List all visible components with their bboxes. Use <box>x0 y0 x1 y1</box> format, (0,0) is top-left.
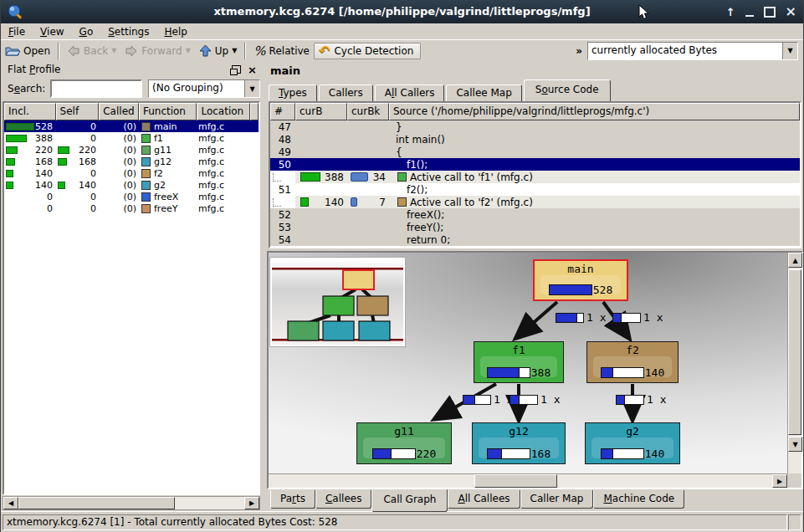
bar-fill <box>488 368 520 377</box>
menu-go[interactable]: Go <box>72 25 101 38</box>
source-column-header[interactable]: curB <box>295 103 347 120</box>
tab-callers[interactable]: Callers <box>319 84 373 101</box>
scrollbar-thumb[interactable] <box>18 497 175 509</box>
toolbar-overflow-button[interactable]: » <box>571 45 587 57</box>
grouping-combobox[interactable]: (No Grouping) ▼ <box>148 79 260 98</box>
function-row-f1[interactable]: 3880(0)f1mfg.c <box>4 132 259 144</box>
graph-node-g11[interactable]: g11220 <box>356 422 452 464</box>
event-type-combobox[interactable]: currently allocated Bytes ▼ <box>587 42 798 60</box>
open-document-icon <box>5 44 20 57</box>
location-cell: mfg.c <box>198 121 259 132</box>
node-cost-bar <box>549 284 592 295</box>
scroll-up-icon[interactable]: ▲ <box>788 253 802 268</box>
tab-types[interactable]: Types <box>269 84 317 101</box>
source-line-50[interactable]: 50f1(); <box>270 158 800 171</box>
column-header-incl[interactable]: Incl. <box>4 103 56 120</box>
forward-button[interactable]: Forward▼ <box>120 43 194 59</box>
menu-settings[interactable]: Settings <box>100 25 156 38</box>
function-row-freeX[interactable]: 00(0)freeXmfg.c <box>4 191 259 202</box>
graph-node-g12[interactable]: g12168 <box>472 422 566 464</box>
source-line-48[interactable]: 48int main() <box>270 133 800 146</box>
flat-profile-dock-header[interactable]: Flat Profile × <box>3 62 260 77</box>
graph-hscrollbar[interactable]: ▶ <box>269 473 787 488</box>
tree-branch-icon <box>273 173 281 182</box>
tab-machine-code[interactable]: Machine Code <box>593 490 684 509</box>
curb-value: 388 <box>325 171 347 183</box>
scrollbar-thumb[interactable] <box>474 474 557 488</box>
search-input[interactable] <box>50 79 142 98</box>
tab-call-graph[interactable]: Call Graph <box>371 489 448 512</box>
tab-callees[interactable]: Callees <box>315 490 371 509</box>
called-value: (0) <box>123 168 140 179</box>
scroll-right-icon[interactable]: ▶ <box>244 497 259 509</box>
mouse-cursor <box>638 5 652 20</box>
close-icon[interactable]: × <box>786 5 796 18</box>
graph-node-f1[interactable]: f1388 <box>474 341 564 383</box>
relative-toggle-button[interactable]: % Relative <box>249 42 314 60</box>
tab-source-code[interactable]: Source Code <box>524 79 611 101</box>
called-cell: (0) <box>100 168 140 179</box>
tab-all-callers[interactable]: All Callers <box>375 84 445 101</box>
scroll-right-icon[interactable]: ▶ <box>772 474 787 488</box>
chevron-down-icon[interactable]: ▼ <box>782 43 797 59</box>
open-button[interactable]: Open <box>1 43 54 59</box>
source-line-51[interactable]: 51f2(); <box>270 183 800 196</box>
column-header-function[interactable]: Function <box>139 103 197 120</box>
scrollbar-thumb[interactable] <box>788 269 801 435</box>
source-call-row[interactable]: 38834 Active call to 'f1' (mfg.c) <box>270 171 800 183</box>
source-call-row[interactable]: 1407 Active call to 'f2' (mfg.c) <box>270 196 800 208</box>
node-cost-row: 388 <box>474 366 563 379</box>
titlebar[interactable]: xtmemory.kcg.6274 [/home/philippe/valgri… <box>1 0 803 23</box>
source-line-53[interactable]: 53freeY(); <box>270 221 800 233</box>
called-value: (0) <box>123 121 140 132</box>
graph-vscrollbar[interactable]: ▲ ▼ <box>787 253 801 473</box>
scrollbar-corner <box>787 473 801 488</box>
line-number: 47 <box>270 120 295 133</box>
function-row-main[interactable]: 5280(0)mainmfg.c <box>4 120 259 132</box>
column-header-self[interactable]: Self <box>56 103 100 120</box>
cycle-detection-button[interactable]: ↶ Cycle Detection <box>314 43 421 59</box>
location-cell: mfg.c <box>198 145 259 156</box>
menu-help[interactable]: Help <box>156 25 194 38</box>
source-line-47[interactable]: 47} <box>270 120 800 133</box>
column-header-called[interactable]: Called <box>99 103 139 120</box>
tab-parts[interactable]: Parts <box>270 490 315 509</box>
source-line-52[interactable]: 52freeX(); <box>270 208 800 221</box>
chevron-down-icon[interactable]: ▼ <box>244 80 259 97</box>
scroll-down-icon[interactable]: ▼ <box>788 437 802 452</box>
function-row-g12[interactable]: 168168(0)g12mfg.c <box>4 156 259 167</box>
source-column-header[interactable]: curBk <box>347 103 389 120</box>
up-button[interactable]: Up▼ <box>195 43 242 59</box>
function-row-g11[interactable]: 220220(0)g11mfg.c <box>4 144 259 156</box>
shade-icon[interactable]: ↑ <box>726 7 735 18</box>
graph-node-g2[interactable]: g2140 <box>585 422 680 464</box>
minimize-icon[interactable] <box>745 8 754 17</box>
back-button[interactable]: Back▼ <box>63 43 120 59</box>
maximize-icon[interactable] <box>764 7 776 18</box>
curb-cell <box>295 208 347 221</box>
graph-node-f2[interactable]: f2140 <box>586 341 679 383</box>
function-row-f2[interactable]: 1400(0)f2mfg.c <box>4 167 259 179</box>
call-graph-canvas[interactable]: main528f1388f2140g11220g12168g21401 x1 x… <box>269 253 787 473</box>
column-header-location[interactable]: Location <box>197 103 250 120</box>
flat-profile-hscrollbar[interactable]: ◀ ▶ <box>3 496 260 510</box>
source-line-49[interactable]: 49{ <box>270 146 800 158</box>
call-graph-overview-map[interactable] <box>270 258 405 346</box>
function-row-g2[interactable]: 140140(0)g2mfg.c <box>4 179 259 191</box>
menu-view[interactable]: View <box>33 25 71 38</box>
tree-branch-cell <box>270 171 295 183</box>
graph-node-main[interactable]: main528 <box>533 259 628 301</box>
float-panel-icon[interactable] <box>232 65 241 74</box>
resize-grip[interactable] <box>788 514 801 530</box>
tab-callee-map[interactable]: Callee Map <box>446 84 521 101</box>
source-column-header[interactable]: Source ('/home/philippe/valgrind/littlep… <box>389 103 800 120</box>
function-color-icon <box>141 157 151 166</box>
source-column-header[interactable]: # <box>270 103 295 120</box>
function-row-freeY[interactable]: 00(0)freeYmfg.c <box>4 202 259 214</box>
source-line-54[interactable]: 54return 0; <box>270 233 800 246</box>
menu-file[interactable]: File <box>1 25 33 38</box>
scroll-left-icon[interactable]: ◀ <box>3 497 18 509</box>
tab-caller-map[interactable]: Caller Map <box>520 490 594 509</box>
tab-all-callees[interactable]: All Callees <box>448 490 520 509</box>
close-icon[interactable]: × <box>248 64 257 75</box>
